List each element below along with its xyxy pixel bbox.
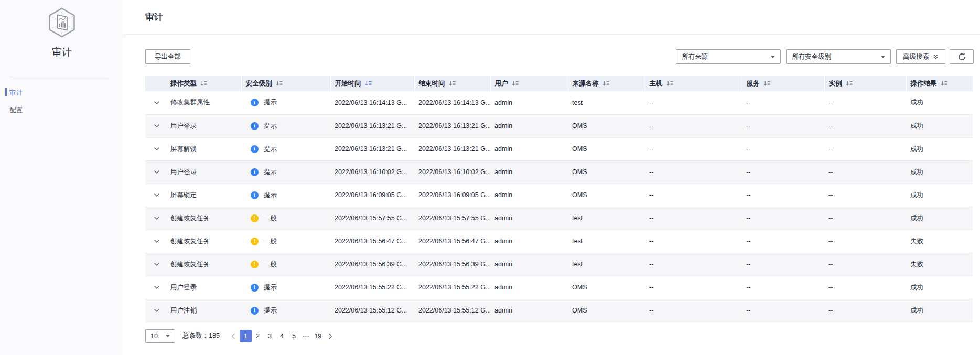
column-header[interactable]: 安全级别 [241, 76, 330, 91]
sort-icon[interactable] [365, 81, 372, 87]
cell-host: -- [645, 299, 742, 322]
cell-operation-type: 屏幕锁定 [166, 184, 241, 207]
cell-host: -- [645, 114, 742, 137]
cell-source-name: OMS [568, 299, 645, 322]
advanced-search-button[interactable]: 高级搜索 [896, 49, 945, 64]
cell-end-time: 2022/06/13 16:10:02 G... [414, 160, 490, 184]
column-header[interactable]: 结束时间 [414, 76, 490, 91]
cell-operation-result: 成功 [906, 137, 973, 160]
sidebar-nav-item[interactable]: 审计 [0, 84, 124, 102]
page-number-button[interactable]: 1 [240, 330, 252, 342]
column-header[interactable]: 主机 [645, 76, 742, 91]
cell-user: admin [490, 91, 568, 114]
cell-host: -- [645, 160, 742, 184]
sort-icon[interactable] [846, 81, 853, 87]
cell-security-level: i i 提示 [241, 91, 330, 114]
cell-expand [145, 253, 166, 276]
page-number-button[interactable]: 4 [276, 330, 288, 342]
cell-user: admin [490, 276, 568, 299]
column-header[interactable]: 操作类型 [166, 76, 241, 91]
cell-source-name: OMS [568, 114, 645, 137]
cell-service: -- [742, 91, 824, 114]
row-expand-chevron-icon[interactable] [154, 239, 160, 243]
cell-source-name: test [568, 253, 645, 276]
cell-user: admin [490, 160, 568, 184]
info-circle-icon: i [251, 145, 259, 153]
cell-operation-result: 失败 [906, 253, 973, 276]
cell-service: -- [742, 207, 824, 230]
column-header-label: 结束时间 [419, 79, 445, 88]
cell-operation-result: 成功 [906, 114, 973, 137]
page-number-button[interactable]: 2 [252, 330, 264, 342]
sort-icon[interactable] [449, 81, 456, 87]
warning-circle-icon: ! [251, 238, 259, 245]
column-header-label: 操作结果 [911, 79, 937, 88]
info-circle-icon: i [251, 284, 259, 292]
refresh-button[interactable] [950, 49, 974, 64]
expand-column-header [145, 76, 166, 91]
column-header[interactable]: 用户 [490, 76, 568, 91]
sidebar-nav: 审计 配置 [0, 84, 124, 119]
page-number-button[interactable]: 5 [288, 330, 300, 342]
sort-icon[interactable] [512, 81, 519, 87]
column-header[interactable]: 操作结果 [906, 76, 973, 91]
cell-host: -- [645, 253, 742, 276]
page-number-button[interactable]: ··· [300, 330, 312, 342]
sort-icon[interactable] [602, 81, 609, 87]
row-expand-chevron-icon[interactable] [154, 124, 160, 128]
column-header[interactable]: 服务 [742, 76, 824, 91]
security-level-label: 提示 [264, 145, 277, 154]
export-all-button[interactable]: 导出全部 [145, 49, 190, 64]
sort-icon[interactable] [941, 81, 947, 87]
cell-user: admin [490, 184, 568, 207]
cell-service: -- [742, 299, 824, 322]
page-number-button[interactable]: 19 [312, 330, 324, 342]
cell-instance: -- [824, 160, 906, 184]
row-expand-chevron-icon[interactable] [154, 285, 160, 289]
cell-start-time: 2022/06/13 15:55:12 G... [330, 299, 414, 322]
cell-end-time: 2022/06/13 16:13:21 G... [414, 137, 490, 160]
cell-service: -- [742, 160, 824, 184]
cell-instance: -- [824, 91, 906, 114]
column-header-label: 服务 [747, 79, 760, 88]
page-size-select[interactable]: 10 [145, 329, 175, 343]
row-expand-chevron-icon[interactable] [154, 216, 160, 220]
cell-security-level: i i 提示 [241, 276, 330, 299]
source-filter-value: 所有来源 [682, 52, 708, 61]
cell-start-time: 2022/06/13 16:09:05 G... [330, 184, 414, 207]
sort-icon[interactable] [666, 81, 673, 87]
column-header[interactable]: 实例 [824, 76, 906, 91]
cell-source-name: OMS [568, 184, 645, 207]
cell-host: -- [645, 137, 742, 160]
row-expand-chevron-icon[interactable] [154, 170, 160, 174]
row-expand-chevron-icon[interactable] [154, 101, 160, 105]
app-logo [0, 0, 124, 39]
cell-instance: -- [824, 207, 906, 230]
prev-page-button[interactable] [227, 330, 240, 342]
sidebar-nav-item-label: 配置 [9, 106, 23, 114]
column-header-label: 用户 [495, 79, 508, 88]
sort-icon[interactable] [763, 81, 770, 87]
export-all-label: 导出全部 [155, 52, 181, 61]
next-page-button[interactable] [324, 330, 337, 342]
cell-instance: -- [824, 114, 906, 137]
row-expand-chevron-icon[interactable] [154, 308, 160, 313]
info-circle-icon: i [251, 99, 259, 106]
column-header[interactable]: 来源名称 [568, 76, 645, 91]
row-expand-chevron-icon[interactable] [154, 262, 160, 266]
page-number-button[interactable]: 3 [264, 330, 276, 342]
column-header[interactable]: 开始时间 [330, 76, 414, 91]
sort-icon[interactable] [200, 81, 207, 87]
total-count: 总条数：185 [182, 331, 220, 340]
security-level-filter-select[interactable]: 所有安全级别 [786, 49, 891, 64]
column-header-label: 来源名称 [573, 79, 599, 88]
sidebar-nav-item[interactable]: 配置 [0, 102, 124, 119]
cell-service: -- [742, 184, 824, 207]
row-expand-chevron-icon[interactable] [154, 147, 160, 151]
security-level-label: 提示 [264, 191, 277, 200]
source-filter-select[interactable]: 所有来源 [676, 49, 781, 64]
row-expand-chevron-icon[interactable] [154, 193, 160, 197]
table-row: 创建恢复任务 ! ! 一般 2022/06/13 15:56:47 G... 2… [145, 230, 973, 253]
cell-user: admin [490, 137, 568, 160]
sort-icon[interactable] [276, 81, 283, 87]
